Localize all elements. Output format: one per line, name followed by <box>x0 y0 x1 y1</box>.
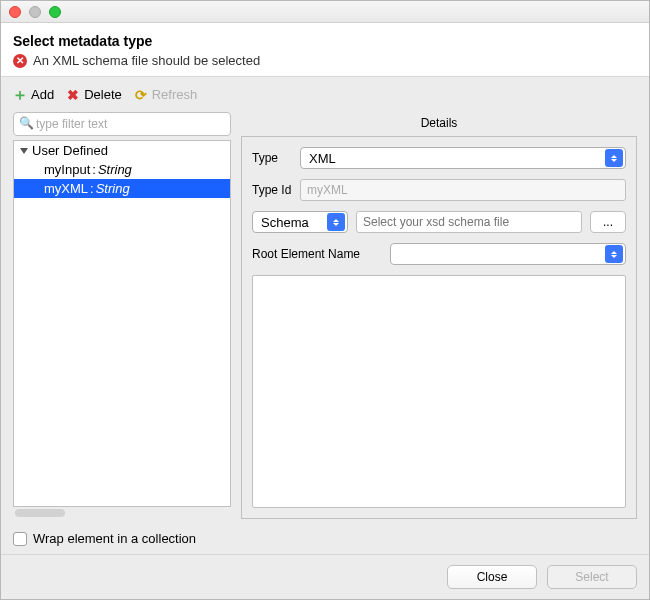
main-area: 🔍 User Defined myInput : String myXML : … <box>1 108 649 527</box>
refresh-icon: ⟳ <box>134 88 148 102</box>
type-select-value: XML <box>309 151 336 166</box>
scrollbar-thumb[interactable] <box>15 509 65 517</box>
schema-row: Schema ... <box>252 211 626 233</box>
details-title: Details <box>241 112 637 136</box>
browse-button[interactable]: ... <box>590 211 626 233</box>
delete-button[interactable]: ✖ Delete <box>66 87 122 102</box>
left-column: 🔍 User Defined myInput : String myXML : … <box>13 112 231 519</box>
add-button[interactable]: ＋ Add <box>13 87 54 102</box>
search-icon: 🔍 <box>19 116 34 130</box>
chevron-updown-icon <box>327 213 345 231</box>
root-element-row: Root Element Name <box>252 243 626 265</box>
dialog-title: Select metadata type <box>13 33 637 49</box>
typeid-label: Type Id <box>252 183 292 197</box>
close-button[interactable]: Close <box>447 565 537 589</box>
tree-item-name: myXML <box>44 181 88 196</box>
root-element-select[interactable] <box>390 243 626 265</box>
tree-item[interactable]: myInput : String <box>14 160 230 179</box>
filter-input[interactable] <box>13 112 231 136</box>
dialog-header: Select metadata type ✕ An XML schema fil… <box>1 23 649 77</box>
tree-item-selected[interactable]: myXML : String <box>14 179 230 198</box>
delete-icon: ✖ <box>66 88 80 102</box>
typeid-field <box>300 179 626 201</box>
chevron-updown-icon <box>605 149 623 167</box>
traffic-light-minimize-icon <box>29 6 41 18</box>
toolbar: ＋ Add ✖ Delete ⟳ Refresh <box>1 77 649 108</box>
horizontal-scrollbar[interactable] <box>13 507 231 519</box>
add-button-label: Add <box>31 87 54 102</box>
tree-item-type: String <box>96 181 130 196</box>
filter-search: 🔍 <box>13 112 231 136</box>
select-button: Select <box>547 565 637 589</box>
delete-button-label: Delete <box>84 87 122 102</box>
tree-item-type: String <box>98 162 132 177</box>
schema-mode-value: Schema <box>261 215 309 230</box>
window-titlebar <box>1 1 649 23</box>
error-message-text: An XML schema file should be selected <box>33 53 260 68</box>
wrap-checkbox-label: Wrap element in a collection <box>33 531 196 546</box>
traffic-light-zoom-icon[interactable] <box>49 6 61 18</box>
refresh-button-label: Refresh <box>152 87 198 102</box>
error-message-row: ✕ An XML schema file should be selected <box>13 53 637 68</box>
wrap-element-row: Wrap element in a collection <box>1 527 649 554</box>
wrap-checkbox[interactable] <box>13 532 27 546</box>
metadata-tree[interactable]: User Defined myInput : String myXML : St… <box>13 140 231 507</box>
plus-icon: ＋ <box>13 88 27 102</box>
refresh-button[interactable]: ⟳ Refresh <box>134 87 198 102</box>
root-element-label: Root Element Name <box>252 247 382 261</box>
dialog-footer: Close Select <box>1 554 649 599</box>
schema-file-field[interactable] <box>356 211 582 233</box>
tree-root-row[interactable]: User Defined <box>14 141 230 160</box>
traffic-light-close-icon[interactable] <box>9 6 21 18</box>
tree-root-label: User Defined <box>32 143 108 158</box>
error-icon: ✕ <box>13 54 27 68</box>
right-column: Details Type XML Type Id Schema ... <box>241 112 637 519</box>
type-label: Type <box>252 151 292 165</box>
tree-item-name: myInput <box>44 162 90 177</box>
schema-preview-area <box>252 275 626 508</box>
typeid-row: Type Id <box>252 179 626 201</box>
type-row: Type XML <box>252 147 626 169</box>
chevron-updown-icon <box>605 245 623 263</box>
type-select[interactable]: XML <box>300 147 626 169</box>
disclosure-triangle-icon[interactable] <box>20 148 28 154</box>
schema-mode-select[interactable]: Schema <box>252 211 348 233</box>
details-panel: Type XML Type Id Schema ... Root El <box>241 136 637 519</box>
